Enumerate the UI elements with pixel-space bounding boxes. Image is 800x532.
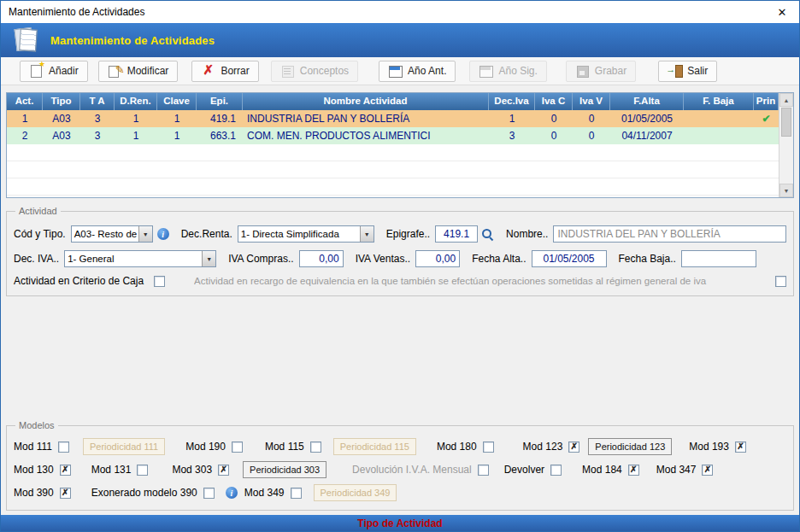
chevron-down-icon[interactable]: ▼ — [360, 226, 374, 242]
recargo-equivalencia-checkbox[interactable] — [775, 276, 786, 287]
toolbar-button-a-o-sig: Año Sig. — [469, 61, 546, 82]
checkbox-mod-111[interactable] — [58, 441, 69, 453]
model-item-exonerado-modelo-390: Exonerado modelo 390 — [91, 487, 215, 499]
cell-epi: 419.1 — [197, 110, 243, 127]
dec-iva-combo[interactable]: 1- General ▼ — [64, 250, 216, 267]
cell-falta: 04/11/2007 — [610, 127, 684, 144]
activities-notepad-icon — [11, 26, 40, 55]
modelos-row: Mod 130✗Mod 131Mod 303✗Periodicidad 303D… — [14, 461, 786, 478]
scroll-up-icon[interactable]: ▲ — [779, 93, 793, 107]
dec-renta-combo[interactable]: 1- Directa Simplificada ▼ — [238, 225, 374, 243]
cell-dren: 1 — [115, 110, 157, 127]
chevron-down-icon[interactable]: ▼ — [202, 251, 215, 266]
model-item-mod-190: Mod 190 — [185, 441, 243, 453]
cell-epi: 663.1 — [197, 127, 243, 144]
model-item-mod-349: Mod 349 — [244, 487, 302, 499]
cell-act: 2 — [7, 127, 43, 144]
actividad-row-2: Dec. IVA.. 1- General ▼ IVA Compras.. IV… — [14, 250, 786, 267]
checkbox-mod-347[interactable]: ✗ — [702, 465, 713, 476]
button-periodicidad-115: Periodicidad 115 — [333, 438, 416, 455]
model-item-mod-115: Mod 115 — [265, 441, 321, 453]
toolbar-button-label: Añadir — [49, 65, 79, 77]
checkbox-devoluci-n-i-v-a-mensual[interactable] — [478, 465, 489, 476]
edit-icon — [108, 64, 122, 78]
model-label: Mod 390 — [14, 487, 54, 499]
model-item-mod-184: Mod 184✗ — [582, 464, 639, 476]
toolbar-button-a-o-ant[interactable]: Año Ant. — [379, 61, 456, 82]
iva-ventas-label: IVA Ventas.. — [356, 253, 411, 265]
scroll-down-icon[interactable]: ▼ — [779, 184, 793, 197]
criterio-caja-checkbox[interactable] — [154, 276, 165, 287]
model-item-mod-130: Mod 130✗ — [14, 464, 71, 476]
grid-col-epi: Epi. — [197, 93, 243, 110]
save-icon — [575, 64, 590, 78]
table-row[interactable]: 2A03311663.1COM. MEN. PRODUCTOS ALIMENTI… — [7, 127, 779, 144]
chevron-down-icon[interactable]: ▼ — [138, 226, 152, 242]
checkbox-mod-115[interactable] — [310, 441, 321, 453]
checkbox-mod-131[interactable] — [137, 465, 148, 476]
model-label: Mod 303 — [172, 464, 212, 476]
table-row[interactable]: 1A03311419.1INDUSTRIA DEL PAN Y BOLLERÍA… — [7, 110, 779, 127]
dec-iva-label: Dec. IVA.. — [14, 253, 59, 265]
window-title: Mantenimiento de Actividades — [9, 6, 144, 18]
checkbox-mod-180[interactable] — [483, 441, 494, 453]
epigrafe-input[interactable] — [435, 225, 478, 243]
checkbox-mod-303[interactable]: ✗ — [218, 465, 229, 476]
model-label: Mod 123 — [523, 441, 563, 453]
recargo-equivalencia-label: Actividad en recargo de equivalencia en … — [194, 276, 768, 286]
grid-col-clave: Clave — [157, 93, 197, 110]
fecha-baja-label: Fecha Baja.. — [619, 253, 676, 265]
fecha-baja-input[interactable] — [681, 250, 756, 267]
model-item-mod-131: Mod 131 — [91, 464, 149, 476]
checkbox-exonerado-modelo-390[interactable] — [203, 488, 215, 499]
checkbox-devolver[interactable] — [550, 465, 562, 476]
model-label: Mod 130 — [14, 464, 54, 476]
model-label: Mod 184 — [582, 464, 622, 476]
cell-tipo: A03 — [43, 127, 80, 144]
checkbox-mod-184[interactable]: ✗ — [628, 465, 639, 476]
modelos-row: Mod 111Periodicidad 111Mod 190Mod 115Per… — [14, 438, 786, 455]
cell-act: 1 — [7, 110, 43, 127]
grid-col-iva-c: Iva C — [535, 93, 573, 110]
cell-ta: 3 — [80, 110, 115, 127]
grid-scrollbar[interactable]: ▲ ▼ — [779, 93, 793, 197]
toolbar-button-borrar[interactable]: Borrar — [191, 61, 258, 82]
header-band: Mantenimiento de Actividades — [1, 23, 799, 57]
model-label: Devolver — [504, 464, 544, 476]
button-periodicidad-303[interactable]: Periodicidad 303 — [243, 461, 326, 478]
toolbar-button-modificar[interactable]: Modificar — [98, 61, 179, 82]
fecha-alta-label: Fecha Alta.. — [472, 253, 526, 265]
search-icon[interactable] — [481, 228, 494, 241]
checkbox-mod-130[interactable]: ✗ — [60, 465, 71, 476]
info-icon[interactable]: i — [226, 487, 238, 499]
cell-ta: 3 — [80, 127, 115, 144]
toolbar-button-label: Año Ant. — [408, 65, 446, 77]
cod-tipo-combo[interactable]: A03- Resto de ▼ — [71, 225, 153, 243]
checkbox-mod-390[interactable]: ✗ — [60, 488, 71, 499]
dec-renta-label: Dec.Renta. — [181, 228, 232, 240]
checkbox-mod-190[interactable] — [232, 441, 243, 453]
model-label: Mod 180 — [437, 441, 477, 453]
button-periodicidad-123[interactable]: Periodicidad 123 — [588, 438, 672, 455]
grid-col-nombre-actividad: Nombre Actividad — [243, 93, 489, 110]
toolbar-button-label: Modificar — [127, 65, 169, 77]
toolbar-button-label: Salir — [687, 65, 708, 77]
new-document-icon — [29, 64, 44, 78]
grid-col-prin: Prin — [754, 93, 779, 110]
checkbox-mod-193[interactable]: ✗ — [735, 441, 746, 453]
checkbox-mod-349[interactable] — [291, 488, 302, 499]
cell-deciva: 3 — [489, 127, 535, 144]
nombre-input[interactable] — [553, 225, 786, 243]
modelos-legend: Modelos — [15, 420, 58, 430]
info-icon[interactable]: i — [157, 228, 169, 240]
iva-ventas-input[interactable] — [415, 250, 460, 267]
cell-prin — [754, 127, 779, 144]
cell-dren: 1 — [115, 127, 157, 144]
scroll-thumb[interactable] — [781, 108, 791, 137]
toolbar-button-salir[interactable]: Salir — [658, 61, 717, 82]
toolbar-button-a-adir[interactable]: Añadir — [20, 61, 88, 82]
iva-compras-input[interactable] — [299, 250, 344, 267]
close-icon[interactable]: ✕ — [770, 3, 794, 20]
fecha-alta-input[interactable] — [532, 250, 607, 267]
checkbox-mod-123[interactable]: ✗ — [568, 441, 579, 453]
